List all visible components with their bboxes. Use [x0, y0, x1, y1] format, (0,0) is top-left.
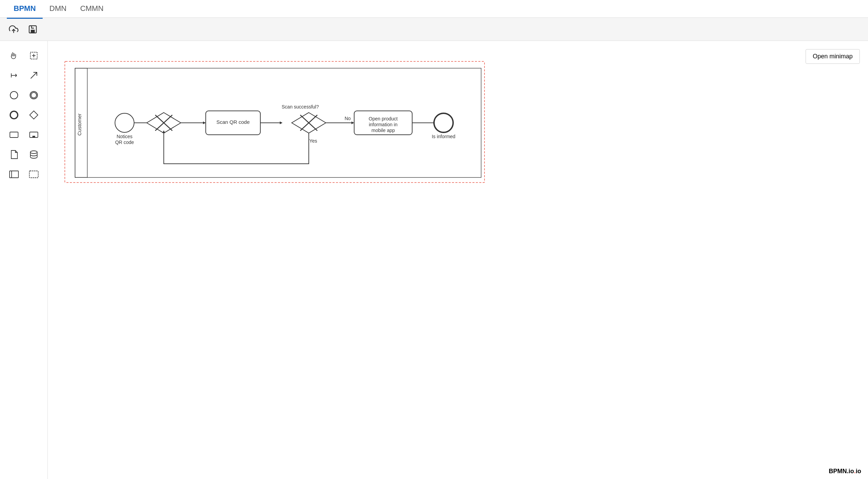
svg-text:Is informed: Is informed	[432, 134, 455, 139]
tab-bar: BPMN DMN CMMN	[0, 0, 868, 18]
svg-text:Open product: Open product	[369, 116, 398, 121]
tab-cmmn[interactable]: CMMN	[73, 0, 110, 19]
subprocess-tool[interactable]	[25, 126, 43, 144]
end-event-tool[interactable]	[5, 106, 23, 124]
open-minimap-button[interactable]: Open minimap	[806, 49, 860, 64]
pool-tool[interactable]	[5, 165, 23, 184]
svg-point-14	[10, 111, 18, 119]
main-area: Open minimap Customer Notices QR code	[0, 41, 868, 479]
svg-text:Scan successful?: Scan successful?	[282, 104, 319, 110]
task-tool[interactable]	[5, 126, 23, 144]
tab-bpmn[interactable]: BPMN	[7, 0, 43, 19]
svg-rect-2	[31, 30, 35, 33]
marquee-tool[interactable]	[25, 46, 43, 65]
global-connect-tool[interactable]	[5, 66, 23, 85]
svg-text:information in: information in	[369, 122, 397, 127]
upload-button[interactable]	[7, 23, 20, 36]
data-store-tool[interactable]	[25, 145, 43, 164]
svg-line-10	[31, 72, 37, 78]
svg-rect-16	[10, 132, 18, 137]
svg-text:No: No	[345, 116, 351, 121]
svg-point-56	[434, 113, 453, 132]
svg-point-21	[30, 151, 37, 154]
footer-brand: BPMN.io.io	[829, 468, 861, 475]
svg-point-11	[10, 91, 18, 99]
svg-point-13	[31, 92, 37, 98]
group-tool[interactable]	[25, 165, 43, 184]
hand-tool[interactable]	[5, 46, 23, 65]
gateway-tool[interactable]	[25, 106, 43, 124]
tab-dmn[interactable]: DMN	[43, 0, 73, 19]
toolbar	[0, 18, 868, 41]
arrow-tool[interactable]	[25, 66, 43, 85]
diagram-canvas[interactable]: Open minimap Customer Notices QR code	[48, 41, 868, 479]
data-object-tool[interactable]	[5, 145, 23, 164]
svg-text:mobile app: mobile app	[372, 128, 395, 133]
svg-marker-15	[30, 111, 38, 119]
tool-palette	[0, 41, 48, 479]
svg-point-29	[115, 113, 134, 132]
start-event-tool[interactable]	[5, 86, 23, 104]
svg-text:QR code: QR code	[115, 140, 134, 145]
svg-text:Notices: Notices	[117, 134, 133, 139]
svg-text:Scan QR code: Scan QR code	[216, 119, 250, 125]
svg-rect-22	[10, 171, 18, 178]
save-button[interactable]	[26, 23, 40, 36]
bpmn-svg: Customer Notices QR code Scan QR code	[58, 58, 495, 194]
svg-rect-24	[29, 171, 38, 178]
pool-label: Customer	[76, 113, 82, 135]
svg-text:Yes: Yes	[309, 138, 317, 144]
intermediate-event-tool[interactable]	[25, 86, 43, 104]
